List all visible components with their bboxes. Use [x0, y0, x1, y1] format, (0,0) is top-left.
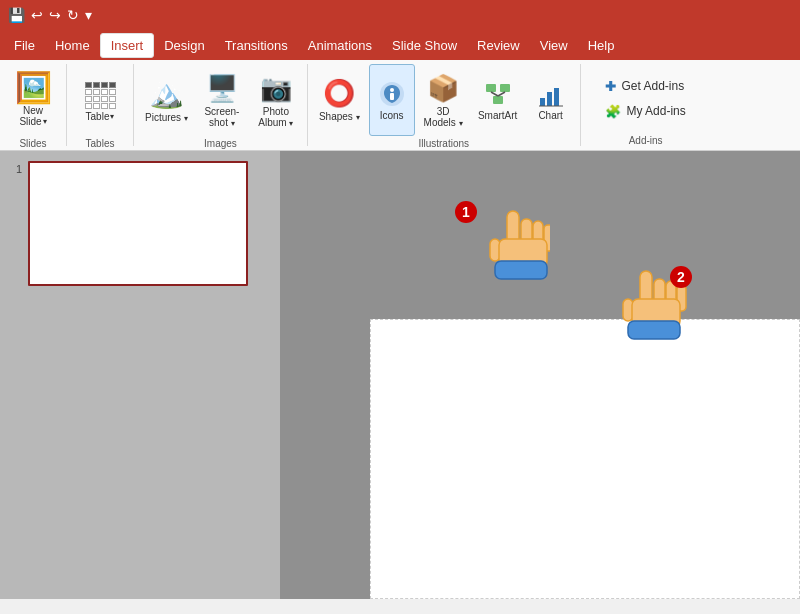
svg-point-1: [390, 88, 394, 92]
svg-rect-14: [533, 221, 543, 251]
shapes-button[interactable]: ⭕ Shapes ▾: [314, 64, 365, 136]
canvas-area: 1 2: [280, 151, 800, 599]
svg-rect-10: [554, 88, 559, 106]
slide-thumbnail[interactable]: [28, 161, 248, 286]
svg-rect-8: [540, 98, 545, 106]
svg-rect-9: [547, 92, 552, 106]
svg-rect-23: [623, 299, 633, 321]
svg-rect-5: [493, 96, 503, 104]
icons-button[interactable]: Icons: [369, 64, 415, 136]
illustrations-group-label: Illustrations: [314, 136, 574, 149]
chart-button[interactable]: Chart: [528, 64, 574, 136]
svg-rect-22: [677, 285, 686, 311]
ribbon-group-slides: 🖼️ New Slide ▾ Slides: [0, 64, 67, 146]
addins-group-label: Add-ins: [587, 133, 705, 146]
redo-icon[interactable]: ↪: [49, 7, 61, 23]
svg-line-6: [491, 92, 498, 96]
svg-rect-16: [490, 239, 500, 261]
menu-item-help[interactable]: Help: [578, 34, 625, 57]
cursor-hand-1: [475, 206, 550, 299]
svg-rect-19: [640, 271, 652, 306]
menu-item-animations[interactable]: Animations: [298, 34, 382, 57]
images-group-label: Images: [140, 136, 301, 149]
repeat-icon[interactable]: ↻: [67, 7, 79, 23]
slides-group-label: Slides: [6, 136, 60, 149]
customize-icon[interactable]: ▾: [85, 7, 92, 23]
slide-panel: 1: [0, 151, 280, 599]
tables-group-label: Tables: [73, 136, 127, 149]
step-badge-1: 1: [455, 201, 477, 223]
ribbon-group-addins: ✚ Get Add-ins 🧩 My Add-ins Add-ins: [581, 64, 711, 146]
svg-rect-4: [500, 84, 510, 92]
title-bar: 💾 ↩ ↪ ↻ ▾: [0, 0, 800, 30]
menu-item-transitions[interactable]: Transitions: [215, 34, 298, 57]
my-addins-label: My Add-ins: [626, 104, 685, 118]
new-slide-button[interactable]: 🖼️ New Slide ▾: [6, 64, 60, 136]
slide-canvas[interactable]: [370, 319, 800, 599]
plus-icon: ✚: [605, 79, 616, 94]
menu-item-file[interactable]: File: [4, 34, 45, 57]
3d-models-button[interactable]: 📦 3DModels ▾: [419, 64, 468, 136]
undo-icon[interactable]: ↩: [31, 7, 43, 23]
menu-item-home[interactable]: Home: [45, 34, 100, 57]
svg-rect-12: [507, 211, 519, 246]
step-badge-2: 2: [670, 266, 692, 288]
slide-thumb-container: 1: [8, 161, 272, 286]
save-icon[interactable]: 💾: [8, 7, 25, 23]
menu-item-design[interactable]: Design: [154, 34, 214, 57]
menu-item-view[interactable]: View: [530, 34, 578, 57]
svg-rect-20: [654, 279, 665, 311]
menu-item-insert[interactable]: Insert: [100, 33, 155, 58]
svg-line-7: [498, 92, 505, 96]
svg-rect-18: [495, 261, 547, 279]
pictures-button[interactable]: 🏔️ Pictures ▾: [140, 64, 193, 136]
svg-rect-2: [390, 93, 394, 100]
screenshot-button[interactable]: 🖥️ Screen-shot ▾: [197, 64, 247, 136]
svg-rect-13: [521, 219, 532, 251]
puzzle-icon: 🧩: [605, 104, 621, 119]
get-addins-label: Get Add-ins: [621, 79, 684, 93]
ribbon-group-images: 🏔️ Pictures ▾ 🖥️ Screen-shot ▾ 📷 PhotoAl…: [134, 64, 308, 146]
svg-rect-17: [499, 239, 547, 267]
ribbon-group-illustrations: ⭕ Shapes ▾ Icons 📦 3DModels ▾: [308, 64, 581, 146]
my-addins-button[interactable]: 🧩 My Add-ins: [601, 102, 689, 121]
slide-number: 1: [8, 163, 22, 175]
menu-item-review[interactable]: Review: [467, 34, 530, 57]
table-button[interactable]: Table ▾: [73, 64, 127, 136]
get-addins-button[interactable]: ✚ Get Add-ins: [601, 77, 688, 96]
menu-bar: File Home Insert Design Transitions Anim…: [0, 30, 800, 60]
ribbon-group-tables: Table ▾ Tables: [67, 64, 134, 146]
svg-rect-15: [544, 225, 550, 251]
ribbon: 🖼️ New Slide ▾ Slides: [0, 60, 800, 151]
main-area: 1: [0, 151, 800, 599]
photo-album-button[interactable]: 📷 PhotoAlbum ▾: [251, 64, 301, 136]
svg-rect-3: [486, 84, 496, 92]
menu-item-slideshow[interactable]: Slide Show: [382, 34, 467, 57]
smartart-button[interactable]: SmartArt: [472, 64, 524, 136]
